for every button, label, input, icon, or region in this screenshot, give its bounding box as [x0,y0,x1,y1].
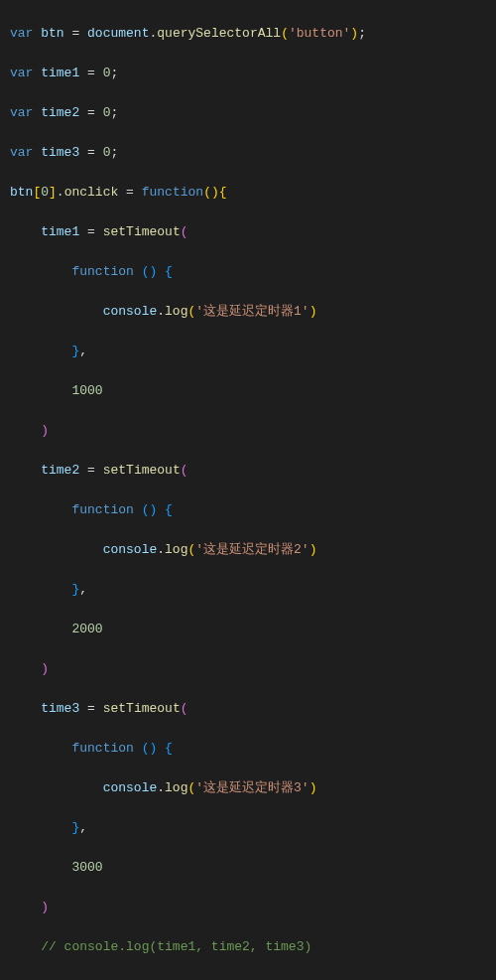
code-line: var time3 = 0; [10,143,486,163]
code-line: 1000 [10,381,486,401]
code-line: time3 = setTimeout( [10,699,486,719]
code-line: function () { [10,500,486,520]
code-line: time2 = setTimeout( [10,461,486,481]
code-line: var btn = document.querySelectorAll('but… [10,24,486,44]
code-line: function () { [10,262,486,282]
code-line: }, [10,818,486,838]
code-line: console.log('这是延迟定时器1') [10,302,486,322]
code-line: ) [10,898,486,917]
code-line: console.log('这是延迟定时器3') [10,778,486,798]
code-line: }, [10,342,486,361]
code-line: var time2 = 0; [10,103,486,123]
code-line: function () { [10,739,486,759]
code-line: 2000 [10,620,486,639]
code-line: var time1 = 0; [10,64,486,83]
code-line: }, [10,580,486,600]
code-line: console.log('这是延迟定时器2') [10,540,486,560]
code-line: ) [10,659,486,679]
code-line: // console.log(time1, time2, time3) [10,937,486,957]
code-line: ) [10,421,486,441]
code-line: time1 = setTimeout( [10,222,486,242]
code-line: 3000 [10,858,486,878]
code-editor[interactable]: var btn = document.querySelectorAll('but… [0,0,496,980]
code-line: btn[0].onclick = function(){ [10,183,486,203]
